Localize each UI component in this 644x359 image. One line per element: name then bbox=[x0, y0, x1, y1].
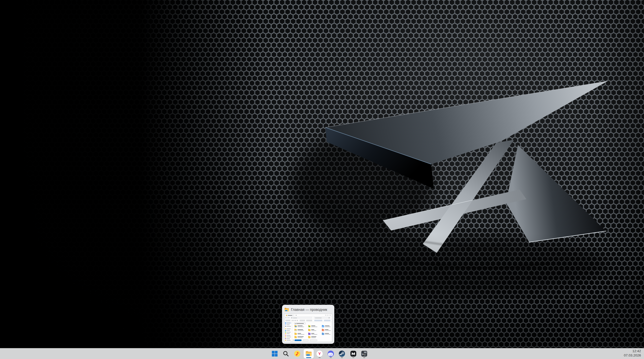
running-indicator bbox=[341, 357, 343, 358]
mini-new-tab-icon bbox=[296, 315, 297, 316]
yandex-browser-button[interactable]: Y bbox=[315, 349, 325, 358]
mini-close-icon bbox=[329, 315, 331, 315]
clock-time: 12:42 bbox=[624, 349, 641, 353]
mini-sort-button bbox=[300, 320, 305, 321]
mini-new-button bbox=[285, 320, 290, 321]
discord-icon bbox=[327, 350, 334, 357]
clock-date: 07.03.2026 bbox=[624, 353, 641, 358]
active-indicator bbox=[306, 357, 311, 358]
running-indicator bbox=[319, 357, 321, 358]
mini-up-icon bbox=[288, 317, 289, 318]
mini-tab-icon bbox=[286, 315, 287, 316]
steam-button[interactable] bbox=[337, 349, 347, 358]
windows-start-icon bbox=[271, 350, 278, 357]
mini-maximize-icon bbox=[327, 315, 328, 315]
yandex-music-icon bbox=[294, 350, 301, 357]
terminal-button[interactable]: > bbox=[359, 349, 369, 358]
mini-filter-shared bbox=[310, 339, 317, 341]
yandex-music-button[interactable] bbox=[292, 349, 302, 358]
mini-address-bar bbox=[290, 317, 312, 319]
mini-details-button bbox=[324, 320, 330, 321]
mini-quick-access-dropdown bbox=[294, 323, 306, 324]
svg-text:Y: Y bbox=[318, 351, 321, 356]
terminal-icon: > bbox=[361, 350, 368, 357]
m-messenger-button[interactable] bbox=[348, 349, 358, 358]
mini-filter-recent bbox=[294, 339, 302, 341]
file-explorer-icon bbox=[305, 350, 312, 357]
mini-filter-favorites bbox=[303, 339, 309, 341]
steam-icon bbox=[339, 350, 345, 357]
svg-text:>: > bbox=[362, 353, 364, 356]
explorer-window-thumbnail[interactable] bbox=[284, 314, 332, 342]
taskbar-thumbnail-preview[interactable]: Главная — проводник bbox=[282, 305, 334, 344]
preview-header: Главная — проводник bbox=[285, 307, 332, 312]
mini-rename-extensions-button bbox=[314, 320, 322, 321]
preview-window-title: Главная — проводник bbox=[291, 308, 327, 312]
yandex-browser-icon: Y bbox=[316, 350, 323, 357]
mini-forward-icon bbox=[287, 317, 288, 318]
m-messenger-icon bbox=[350, 350, 357, 357]
start-button[interactable] bbox=[270, 349, 280, 358]
running-indicator bbox=[352, 357, 354, 358]
mini-minimize-icon bbox=[325, 315, 326, 315]
mini-view-button bbox=[306, 320, 312, 321]
taskbar: Y bbox=[0, 348, 644, 359]
running-indicator bbox=[363, 357, 365, 358]
running-indicator bbox=[330, 357, 332, 358]
search-icon bbox=[283, 350, 289, 357]
file-explorer-button[interactable] bbox=[304, 349, 314, 358]
search-button[interactable] bbox=[281, 349, 291, 358]
mini-back-icon bbox=[285, 317, 286, 318]
discord-button[interactable] bbox=[326, 349, 336, 358]
mini-search-box bbox=[314, 317, 330, 319]
taskbar-clock[interactable]: 12:42 07.03.2026 bbox=[624, 349, 641, 357]
file-explorer-folder-icon bbox=[285, 308, 289, 311]
